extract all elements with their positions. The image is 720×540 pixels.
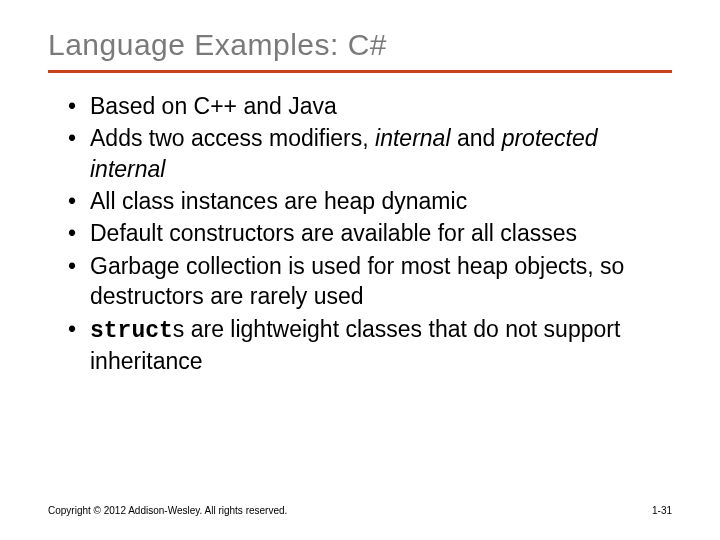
- list-item: All class instances are heap dynamic: [68, 186, 672, 216]
- list-item: Adds two access modifiers, internal and …: [68, 123, 672, 184]
- bullet-text: Garbage collection is used for most heap…: [90, 253, 624, 309]
- slide-title: Language Examples: C#: [48, 28, 672, 62]
- bullet-text: Based on C++ and Java: [90, 93, 337, 119]
- list-item: Based on C++ and Java: [68, 91, 672, 121]
- title-rule: [48, 70, 672, 73]
- copyright-text: Copyright © 2012 Addison-Wesley. All rig…: [48, 505, 287, 516]
- list-item: Garbage collection is used for most heap…: [68, 251, 672, 312]
- page-number: 1-31: [652, 505, 672, 516]
- bullet-text: Default constructors are available for a…: [90, 220, 577, 246]
- code-term: struct: [90, 318, 173, 344]
- bullet-text: All class instances are heap dynamic: [90, 188, 467, 214]
- list-item: Default constructors are available for a…: [68, 218, 672, 248]
- slide-footer: Copyright © 2012 Addison-Wesley. All rig…: [48, 505, 672, 516]
- list-item: structs are lightweight classes that do …: [68, 314, 672, 377]
- bullet-text: and: [451, 125, 502, 151]
- italic-term: internal: [375, 125, 450, 151]
- bullet-list: Based on C++ and Java Adds two access mo…: [48, 91, 672, 376]
- bullet-text: Adds two access modifiers,: [90, 125, 375, 151]
